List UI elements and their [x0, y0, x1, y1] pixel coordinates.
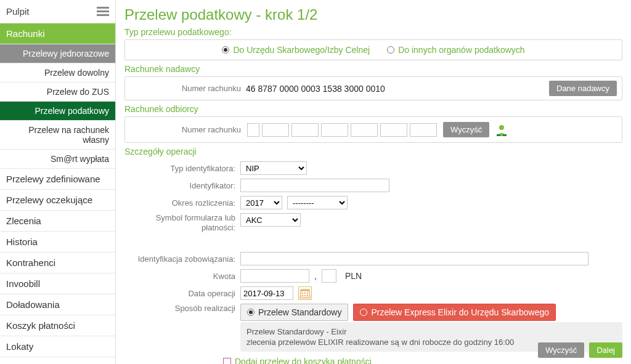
- id-type-select[interactable]: NIP: [240, 161, 307, 175]
- sender-data-button[interactable]: Dane nadawcy: [549, 81, 617, 96]
- amount-integer-input[interactable]: [240, 269, 309, 283]
- svg-point-9: [304, 295, 306, 296]
- radio-icon: [387, 46, 394, 54]
- amount-separator: ,: [314, 271, 317, 281]
- currency-label: PLN: [345, 271, 362, 281]
- acct-seg-7[interactable]: [410, 123, 437, 137]
- form-symbol-label: Symbol formularza lub płatności:: [124, 213, 235, 232]
- radio-icon: [360, 309, 367, 316]
- sender-panel: Numer rachunku 46 8787 0000 0003 1538 30…: [124, 76, 622, 100]
- sidebar-item-kontrahenci[interactable]: Kontrahenci: [0, 252, 115, 273]
- sender-account-label: Numer rachunku: [130, 84, 241, 93]
- svg-point-8: [302, 295, 303, 296]
- radio-urzad-skarbowy[interactable]: Do Urzędu Skarbowego/Izby Celnej: [222, 45, 370, 55]
- sidebar-top: Pulpit: [0, 0, 115, 23]
- sidebar-item-doladowania[interactable]: Doładowania: [0, 294, 115, 315]
- svg-point-6: [304, 293, 306, 294]
- main-content: Przelew podatkowy - krok 1/2 Typ przelew…: [116, 0, 631, 364]
- details-panel: Typ identyfikatora: NIP Identyfikator: O…: [124, 159, 622, 364]
- acct-seg-1[interactable]: [247, 123, 259, 137]
- svg-point-5: [302, 293, 303, 294]
- sidebar-item-lokaty[interactable]: Lokaty: [0, 336, 115, 357]
- method-label: Sposób realizacji: [124, 304, 235, 313]
- sidebar-item-przelew-zus[interactable]: Przelew do ZUS: [0, 82, 115, 101]
- id-type-label: Typ identyfikatora:: [124, 164, 235, 173]
- obligation-input[interactable]: [240, 252, 588, 265]
- svg-point-7: [307, 293, 308, 294]
- section-sender: Rachunek nadawcy: [124, 64, 622, 74]
- basket-checkbox[interactable]: [223, 358, 231, 364]
- svg-point-0: [499, 125, 504, 130]
- svg-point-10: [307, 295, 308, 296]
- date-input[interactable]: [240, 286, 293, 300]
- acct-seg-2[interactable]: [262, 123, 289, 137]
- method-express-button[interactable]: Przelew Express Elixir do Urzędu Skarbow…: [353, 304, 556, 321]
- identifier-label: Identyfikator:: [124, 181, 235, 190]
- acct-seg-6[interactable]: [380, 123, 407, 137]
- sidebar-item-rachunki[interactable]: Rachunki: [0, 23, 115, 44]
- receiver-account-label: Numer rachunku: [130, 125, 241, 134]
- amount-label: Kwota: [124, 272, 235, 281]
- svg-rect-4: [301, 289, 309, 291]
- radio-inne-organy[interactable]: Do innych organów podatkowych: [387, 45, 524, 55]
- sidebar-item-przelew-wlasny[interactable]: Przelew na rachunek własny: [0, 120, 115, 149]
- identifier-input[interactable]: [240, 179, 389, 192]
- sidebar: Pulpit Rachunki Przelewy jednorazowe Prz…: [0, 0, 116, 364]
- page-title: Przelew podatkowy - krok 1/2: [124, 6, 622, 23]
- hamburger-icon[interactable]: [97, 5, 109, 18]
- receiver-clear-button[interactable]: Wyczyść: [443, 122, 489, 137]
- bottom-buttons: Wyczyść Dalej: [538, 342, 622, 358]
- svg-rect-1: [497, 134, 500, 136]
- acct-seg-4[interactable]: [321, 123, 348, 137]
- receiver-account-input[interactable]: [247, 123, 437, 137]
- section-transfer-type: Typ przelewu podatkowego:: [124, 27, 622, 37]
- sidebar-item-kredyty[interactable]: Kredyty: [0, 357, 115, 364]
- sidebar-item-smart-wyplata[interactable]: Sm@rt wypłata: [0, 149, 115, 168]
- next-button[interactable]: Dalej: [589, 342, 622, 358]
- contact-picker-icon[interactable]: [495, 124, 508, 136]
- sidebar-item-koszyk[interactable]: Koszyk płatności: [0, 315, 115, 336]
- sidebar-item-przelew-dowolny[interactable]: Przelew dowolny: [0, 63, 115, 82]
- radio-icon: [247, 309, 254, 316]
- basket-label[interactable]: Dodaj przelew do koszyka płatności: [235, 357, 372, 364]
- section-receiver: Rachunek odbiorcy: [124, 104, 622, 114]
- receiver-panel: Numer rachunku Wyczyść: [124, 116, 622, 143]
- sidebar-item-zdefiniowane[interactable]: Przelewy zdefiniowane: [0, 168, 115, 189]
- transfer-type-panel: Do Urzędu Skarbowego/Izby Celnej Do inny…: [124, 39, 622, 60]
- svg-rect-2: [503, 134, 507, 136]
- calendar-icon[interactable]: [298, 286, 312, 300]
- sidebar-item-oczekujace[interactable]: Przelewy oczekujące: [0, 189, 115, 210]
- method-standard-button[interactable]: Przelew Standardowy: [240, 304, 348, 321]
- period-month-select[interactable]: --------: [287, 196, 348, 209]
- sidebar-item-zlecenia[interactable]: Zlecenia: [0, 210, 115, 231]
- sender-account-number: 46 8787 0000 0003 1538 3000 0010: [246, 84, 385, 94]
- amount-decimal-input[interactable]: [322, 269, 336, 283]
- sidebar-top-label[interactable]: Pulpit: [6, 6, 30, 17]
- period-year-select[interactable]: 2017: [240, 196, 282, 209]
- form-symbol-select[interactable]: AKC: [240, 213, 301, 227]
- obligation-label: Identyfikacja zobowiązania:: [124, 254, 235, 264]
- sidebar-item-przelew-podatkowy[interactable]: Przelew podatkowy: [0, 101, 115, 120]
- sidebar-item-przelewy-jednorazowe[interactable]: Przelewy jednorazowe: [0, 44, 115, 63]
- sidebar-item-invoobill[interactable]: Invoobill: [0, 273, 115, 294]
- date-label: Data operacji: [124, 289, 235, 298]
- sidebar-item-historia[interactable]: Historia: [0, 231, 115, 252]
- period-label: Okres rozliczenia:: [124, 198, 235, 208]
- acct-seg-5[interactable]: [351, 123, 378, 137]
- section-details: Szczegóły operacji: [124, 147, 622, 156]
- clear-button[interactable]: Wyczyść: [538, 342, 584, 358]
- radio-icon: [222, 46, 229, 54]
- acct-seg-3[interactable]: [291, 123, 319, 137]
